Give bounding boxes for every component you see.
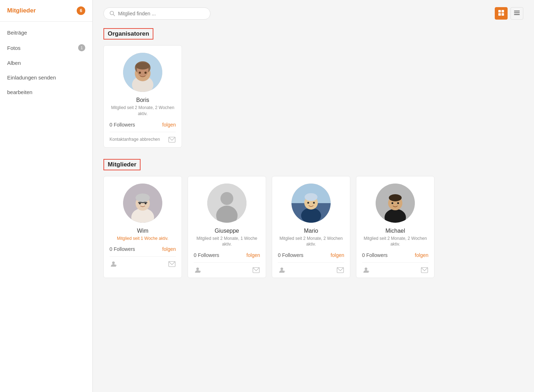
mail-icon [168,136,176,144]
svg-point-15 [139,72,141,74]
svg-point-35 [220,192,233,205]
mail-icon-giuseppe [252,266,260,274]
boris-since: Mitglied seit 2 Monate, 2 Wochen aktiv. [110,105,176,117]
sidebar-item-alben[interactable]: Alben [0,56,92,70]
svg-rect-8 [514,14,520,15]
person-add-icon-giuseppe [194,266,202,274]
svg-rect-6 [514,11,520,11]
sidebar-item-bearbeiten[interactable]: bearbeiten [0,85,92,99]
sidebar-item-fotos[interactable]: Fotos 1 [0,40,92,56]
boris-avatar-svg [123,53,162,92]
svg-rect-5 [502,13,504,16]
organisatoren-heading: Organisatoren [103,28,153,40]
michael-followers-row: 0 Followers folgen [362,252,428,263]
svg-point-29 [112,262,115,264]
fotos-badge: 1 [78,44,85,51]
giuseppe-followers-count: 0 Followers [194,252,219,258]
sidebar-header: Mitglieder 6 [0,0,92,22]
list-icon [514,10,520,16]
avatar-michael [376,184,415,223]
svg-rect-7 [514,12,520,13]
mario-mail-button[interactable] [336,266,344,274]
svg-point-58 [392,202,393,204]
svg-rect-4 [498,13,501,16]
wim-follow-button[interactable]: folgen [162,246,176,252]
giuseppe-avatar-svg [207,184,246,223]
top-bar [103,7,523,20]
boris-follow-button[interactable]: folgen [162,122,176,128]
person-add-icon-michael [362,266,370,274]
svg-point-25 [139,202,141,204]
sidebar-badge: 6 [77,6,85,15]
boris-action-row: Kontaktanfrage abbrechen [110,132,176,147]
wim-followers-count: 0 Followers [110,246,135,252]
giuseppe-name: Giuseppe [215,228,239,234]
michael-since: Mitglied seit 2 Monate, 2 Wochen aktiv. [362,236,428,248]
mitglieder-heading: Mitglieder [103,159,141,170]
main-content: Organisatoren [93,0,534,392]
michael-add-contact-button[interactable] [362,266,370,274]
mario-followers-count: 0 Followers [278,252,304,258]
michael-mail-button[interactable] [421,266,428,274]
svg-point-48 [313,202,315,203]
grid-icon [498,10,504,16]
svg-point-23 [136,194,150,202]
wim-name: Wim [137,228,148,234]
member-card-michael: Michael Mitglied seit 2 Monate, 2 Wochen… [356,176,434,278]
search-icon [110,11,115,16]
person-add-icon [110,260,117,268]
sidebar-item-einladungen[interactable]: Einladungen senden [0,70,92,85]
boris-contact-cancel[interactable]: Kontaktanfrage abbrechen [110,137,160,143]
list-view-button[interactable] [510,7,523,20]
svg-point-37 [196,268,199,270]
svg-point-59 [397,202,399,204]
wim-add-contact-button[interactable] [110,260,117,268]
svg-rect-27 [139,201,142,202]
giuseppe-follow-button[interactable]: folgen [246,252,260,258]
member-card-boris: Boris Mitglied seit 2 Monate, 2 Wochen a… [103,45,182,148]
svg-point-46 [305,193,317,201]
member-card-mario: Mario Mitglied seit 2 Monate, 2 Wochen a… [272,176,350,278]
avatar-giuseppe [207,184,246,223]
sidebar-item-beitraege[interactable]: Beiträge [0,25,92,40]
giuseppe-followers-row: 0 Followers folgen [194,252,260,263]
michael-follow-button[interactable]: folgen [415,252,428,258]
svg-rect-2 [498,10,501,12]
boris-followers-count: 0 Followers [110,122,135,128]
avatar-mario [291,184,331,223]
search-input[interactable] [118,11,204,16]
mario-followers-row: 0 Followers folgen [278,252,344,263]
svg-line-1 [113,14,115,16]
giuseppe-action-row [194,263,260,278]
boris-name: Boris [136,97,149,103]
mario-since: Mitglied seit 2 Monate, 2 Wochen aktiv. [278,236,344,248]
mitglieder-section: Mitglieder [103,159,523,278]
wim-action-row [110,257,176,272]
svg-point-49 [280,268,283,270]
person-add-icon-mario [278,266,286,274]
svg-rect-28 [144,201,147,202]
wim-avatar-svg [123,184,162,223]
michael-followers-count: 0 Followers [362,252,388,258]
michael-name: Michael [385,228,405,234]
mail-icon-wim [168,260,176,268]
member-card-wim: Wim Mitglied seit 1 Woche aktiv. 0 Follo… [103,176,182,278]
sidebar: Mitglieder 6 Beiträge Fotos 1 Alben Einl… [0,0,93,392]
giuseppe-add-contact-button[interactable] [194,266,202,274]
giuseppe-since: Mitglied seit 2 Monate, 1 Woche aktiv. [194,236,260,248]
giuseppe-mail-button[interactable] [252,266,260,274]
sidebar-title[interactable]: Mitglieder [7,7,36,14]
organisatoren-section: Organisatoren [103,28,523,148]
grid-view-button[interactable] [495,7,508,20]
mario-action-row [278,263,344,278]
boris-followers-row: 0 Followers folgen [110,122,176,132]
mario-avatar-svg [291,184,331,223]
search-box[interactable] [103,7,210,20]
view-controls [495,7,523,20]
mario-add-contact-button[interactable] [278,266,286,274]
boris-mail-button[interactable] [168,136,176,144]
mario-follow-button[interactable]: folgen [331,252,344,258]
svg-point-17 [136,62,150,69]
michael-avatar-svg [376,184,415,223]
wim-mail-button[interactable] [168,260,176,268]
